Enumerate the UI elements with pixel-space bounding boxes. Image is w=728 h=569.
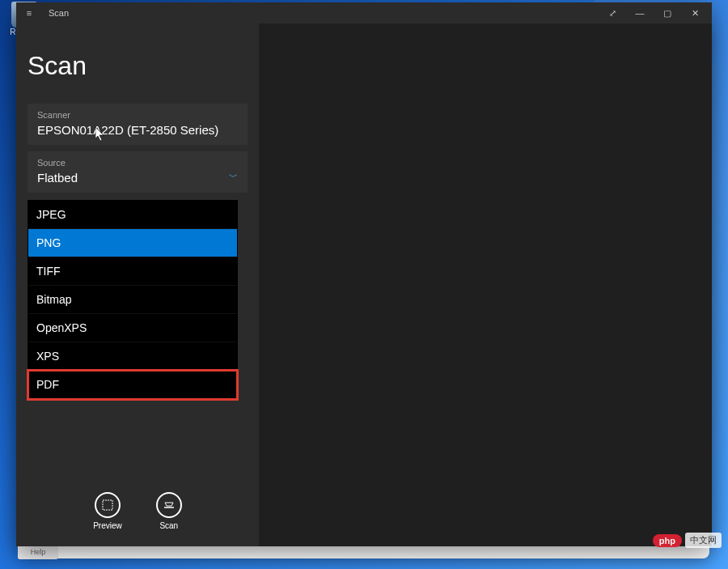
source-label: Source — [37, 158, 238, 168]
minimize-icon: — — [636, 8, 645, 18]
window-title: Scan — [49, 8, 69, 18]
maximize-icon: ▢ — [663, 8, 671, 19]
titlebar: ≡ Scan ⤢ — ▢ ✕ — [16, 2, 712, 23]
filetype-option-png[interactable]: PNG — [28, 229, 237, 257]
watermark: php 中文网 — [653, 533, 722, 548]
scanner-label: Scanner — [37, 110, 238, 120]
preview-icon — [95, 492, 121, 518]
svg-rect-0 — [103, 500, 112, 510]
chevron-down-icon: ﹀ — [229, 171, 238, 183]
settings-pane: Scan Scanner EPSON01A22D (ET-2850 Series… — [16, 23, 259, 546]
minimize-button[interactable]: — — [626, 2, 654, 23]
filetype-option-tiff[interactable]: TIFF — [28, 257, 237, 286]
footer-actions: Preview Scan — [28, 492, 248, 535]
expand-button[interactable]: ⤢ — [599, 2, 626, 23]
scan-app-window: ≡ Scan ⤢ — ▢ ✕ Scan Scanner EPSON01A22D … — [16, 2, 712, 546]
app-heading: Scan — [28, 51, 248, 81]
scanner-selector[interactable]: Scanner EPSON01A22D (ET-2850 Series) — [28, 104, 248, 145]
scan-label: Scan — [159, 521, 178, 530]
watermark-brand: php — [653, 534, 682, 547]
source-selector[interactable]: Source Flatbed ﹀ — [28, 151, 248, 193]
close-icon: ✕ — [692, 8, 699, 19]
filetype-option-jpeg[interactable]: JPEG — [28, 201, 237, 229]
preview-button[interactable]: Preview — [93, 492, 122, 530]
filetype-dropdown[interactable]: JPEG PNG TIFF Bitmap OpenXPS XPS PDF — [28, 200, 238, 400]
scanner-value: EPSON01A22D (ET-2850 Series) — [37, 123, 238, 137]
preview-pane — [259, 23, 712, 546]
expand-icon: ⤢ — [609, 8, 616, 19]
scan-button[interactable]: Scan — [156, 492, 182, 530]
source-value: Flatbed — [37, 171, 238, 185]
filetype-option-bitmap[interactable]: Bitmap — [28, 286, 237, 314]
close-button[interactable]: ✕ — [681, 2, 709, 23]
menu-icon[interactable]: ≡ — [19, 8, 39, 18]
filetype-option-xps[interactable]: XPS — [28, 342, 237, 371]
background-help-button: Help — [18, 545, 58, 559]
watermark-text: 中文网 — [685, 533, 722, 548]
scan-icon — [156, 492, 182, 518]
filetype-option-pdf[interactable]: PDF — [28, 371, 237, 399]
maximize-button[interactable]: ▢ — [654, 2, 681, 23]
app-body: Scan Scanner EPSON01A22D (ET-2850 Series… — [16, 23, 712, 546]
preview-label: Preview — [93, 521, 122, 530]
filetype-option-openxps[interactable]: OpenXPS — [28, 314, 237, 342]
